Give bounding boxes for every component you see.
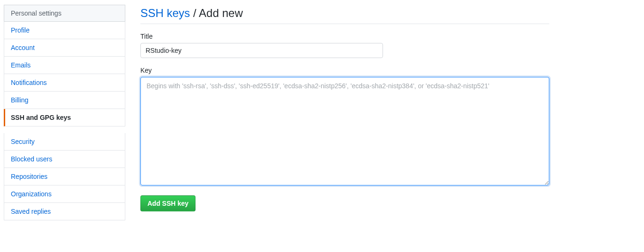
sidebar-item-organizations[interactable]: Organizations <box>4 185 125 203</box>
heading-separator: / <box>190 7 199 19</box>
heading-sub: Add new <box>199 7 243 19</box>
main-content: SSH keys / Add new Title Key Add SSH key <box>125 5 549 211</box>
page-heading: SSH keys / Add new <box>140 7 549 24</box>
sidebar-item-repositories[interactable]: Repositories <box>4 168 125 185</box>
sidebar-item-saved-replies[interactable]: Saved replies <box>4 203 125 220</box>
key-textarea[interactable] <box>140 77 549 185</box>
sidebar-item-ssh-and-gpg-keys[interactable]: SSH and GPG keys <box>4 109 125 126</box>
title-label: Title <box>140 33 549 40</box>
heading-link-ssh-keys[interactable]: SSH keys <box>140 7 190 19</box>
title-input[interactable] <box>140 43 383 58</box>
settings-sidebar: Personal settings ProfileAccountEmailsNo… <box>4 5 125 220</box>
sidebar-item-blocked-users[interactable]: Blocked users <box>4 151 125 168</box>
sidebar-item-profile[interactable]: Profile <box>4 22 125 39</box>
key-label: Key <box>140 67 549 74</box>
sidebar-item-notifications[interactable]: Notifications <box>4 74 125 92</box>
sidebar-item-account[interactable]: Account <box>4 39 125 57</box>
sidebar-item-security[interactable]: Security <box>4 133 125 151</box>
sidebar-item-emails[interactable]: Emails <box>4 57 125 74</box>
add-ssh-key-button[interactable]: Add SSH key <box>140 195 196 211</box>
sidebar-header: Personal settings <box>4 5 125 22</box>
sidebar-item-billing[interactable]: Billing <box>4 92 125 109</box>
